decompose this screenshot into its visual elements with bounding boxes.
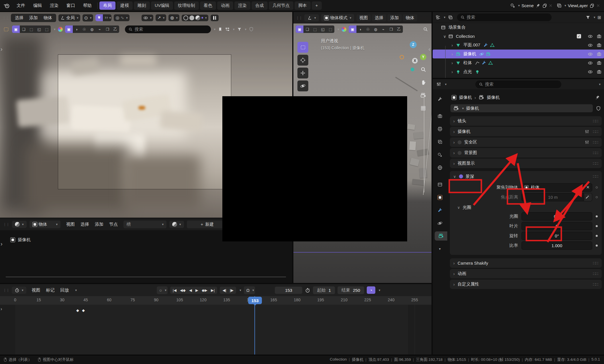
panel-grip-icon[interactable]: ∷∷ [593, 150, 598, 156]
viewport-menu-item[interactable]: 选择 [13, 15, 26, 21]
menu-item[interactable]: 回放 [58, 287, 72, 294]
workspace-tab[interactable]: 纹理绘制 [174, 1, 199, 10]
playback-sync-button[interactable]: ◔ [367, 286, 375, 294]
menu-item[interactable]: 选择 [78, 221, 92, 228]
number-field[interactable]: 1.000 [521, 241, 592, 250]
outliner[interactable]: ▾ 搜索 ▾ ⊞ 场景集合 ∨ [433, 12, 604, 78]
object-name[interactable]: 场景集合 [448, 25, 466, 30]
axis-negative-gizmo[interactable] [411, 68, 414, 71]
timeline-ruler[interactable]: 0153045607590105120135150165180195210225… [0, 296, 432, 305]
select-mode-subtract[interactable]: ⬚ [28, 25, 35, 33]
animate-dot[interactable] [596, 196, 598, 198]
copy-visibility-toggle[interactable]: ❒ [387, 25, 395, 33]
properties-panel-header[interactable]: › 动画 ∷∷ [450, 269, 602, 278]
viewlayer-selector[interactable]: ▾ ViewLayer ✕ [556, 3, 600, 8]
breadcrumb-data[interactable]: 摄像机 [487, 95, 500, 100]
outliner-row[interactable]: 场景集合 [433, 23, 604, 32]
menu-item[interactable]: 视图 [356, 14, 371, 21]
properties-panel-header[interactable]: › 背景图 ∷∷ [450, 148, 602, 158]
properties-panel-header[interactable]: › 自定义属性 ∷∷ [450, 280, 602, 289]
light-visibility-toggle[interactable]: ☉ [81, 25, 88, 33]
collection-checkbox[interactable]: ✓ [577, 34, 581, 38]
frame-step-button[interactable]: |▶ [228, 287, 235, 293]
curve-visibility-toggle[interactable]: ◑ [356, 25, 364, 33]
aperture-subpanel-header[interactable]: ∨ 光圈 [457, 205, 602, 210]
shading-rendered-button[interactable] [201, 17, 203, 19]
select-mode-new[interactable]: ▣ [12, 25, 20, 33]
chevron-down-icon[interactable]: ▾ [54, 27, 56, 31]
pin-icon[interactable] [595, 95, 600, 100]
menu-item[interactable]: 物体 [403, 14, 417, 21]
viewport-menu-item[interactable]: 物体 [41, 15, 54, 21]
outliner-search[interactable]: 搜索 [457, 13, 552, 21]
menu-item[interactable]: 添加 [387, 14, 402, 21]
axis-negative-gizmo[interactable] [400, 55, 404, 59]
playhead-frame-label[interactable]: 153 [248, 297, 262, 304]
frame-start-field[interactable]: 起始 1 [313, 286, 335, 294]
pin-icon[interactable] [536, 3, 540, 8]
workspace-tab[interactable]: 动画 [217, 1, 233, 10]
shader-type-dropdown[interactable]: 物体 ▾ [30, 221, 61, 228]
chevron-down-icon[interactable]: ▾ [214, 27, 216, 31]
panel-grip-icon[interactable]: ∷∷ [593, 140, 598, 145]
ortho-grid-icon[interactable] [420, 105, 426, 111]
tab-modifiers[interactable] [434, 206, 446, 215]
panel-grip-icon[interactable]: ∷∷ [593, 261, 598, 266]
copy-visibility-toggle[interactable]: ❒ [104, 25, 111, 33]
stopwatch-icon[interactable] [305, 288, 310, 293]
tabs-overflow-chevron[interactable]: ▾ [434, 244, 446, 253]
material-ball-icon[interactable] [342, 27, 346, 32]
properties-search[interactable]: 搜索 [475, 80, 561, 88]
tab-output[interactable] [434, 124, 446, 133]
tab-world[interactable] [434, 163, 446, 172]
tab-object[interactable] [434, 193, 446, 202]
search-icon[interactable] [423, 27, 428, 32]
tab-collection[interactable] [434, 180, 446, 189]
panel-grip-icon[interactable]: ∷∷ [593, 174, 598, 179]
sliders-icon[interactable] [585, 140, 589, 145]
new-material-button[interactable]: ＋ 新建 [187, 221, 227, 228]
menu-item[interactable]: 文件 [13, 1, 29, 10]
object-name[interactable]: 摄像机 [463, 51, 476, 57]
object-name[interactable]: 平面.007 [463, 42, 480, 48]
tab-physics[interactable] [434, 219, 446, 228]
tab-tool[interactable] [434, 95, 446, 104]
eye-visibility-icon[interactable] [588, 52, 593, 57]
paint-visibility-toggle[interactable]: ⌁ [96, 25, 104, 33]
keyframe-diamond[interactable]: ◆ [76, 308, 79, 312]
dof-enable-checkbox[interactable] [459, 174, 463, 178]
frame-step-button[interactable]: ◀| [221, 287, 228, 293]
axis-y-gizmo[interactable]: Y [420, 54, 426, 60]
new-collection-icon[interactable]: ⊞ [597, 15, 601, 20]
number-field[interactable]: 0° [521, 232, 592, 240]
panel-grip-icon[interactable]: ∷∷ [593, 271, 598, 276]
material-ball-icon[interactable] [58, 27, 63, 32]
expand-arrow[interactable]: › [449, 70, 455, 74]
menu-item[interactable]: 节点 [106, 221, 121, 228]
channel-expand-arrow[interactable]: › [1, 306, 2, 312]
properties-panel-header[interactable]: › 安全区 ∷∷ [450, 137, 602, 147]
animate-dot[interactable] [596, 225, 598, 227]
camera-visibility-icon[interactable] [597, 34, 602, 39]
properties-editor-icon[interactable] [436, 82, 441, 87]
playhead-snap-icon[interactable]: Ω [245, 287, 251, 294]
auto-keying-toggle[interactable]: ○ [158, 287, 163, 294]
editor-type-button[interactable]: ▾ [12, 221, 27, 228]
world-visibility-toggle[interactable]: ◍ [372, 25, 380, 33]
snap-settings-dropdown[interactable]: ⊦⊦▾ [104, 14, 111, 21]
select-mode-invert[interactable]: ◱ [35, 25, 43, 33]
outliner-row[interactable]: › 点光 [433, 67, 604, 76]
workspace-tab[interactable]: 着色 [200, 1, 216, 10]
tab-object-data[interactable] [435, 231, 447, 241]
sliders-icon[interactable] [585, 129, 589, 134]
datablock-name[interactable]: 摄像机 [466, 106, 479, 111]
object-name[interactable]: 点光 [463, 69, 472, 74]
move-tool[interactable] [297, 68, 308, 78]
mesh-visibility-toggle[interactable]: ▣ [65, 25, 73, 33]
axis-z-gizmo[interactable]: Z [410, 41, 417, 48]
mode-dropdown[interactable]: 物体模式 ▾ [321, 14, 354, 22]
workspace-tab[interactable]: + [312, 1, 322, 10]
copy-icon[interactable] [589, 3, 595, 8]
orientation-dropdown[interactable]: 全局 ▾ [58, 14, 80, 21]
menu-item[interactable]: 标记 [43, 287, 58, 294]
